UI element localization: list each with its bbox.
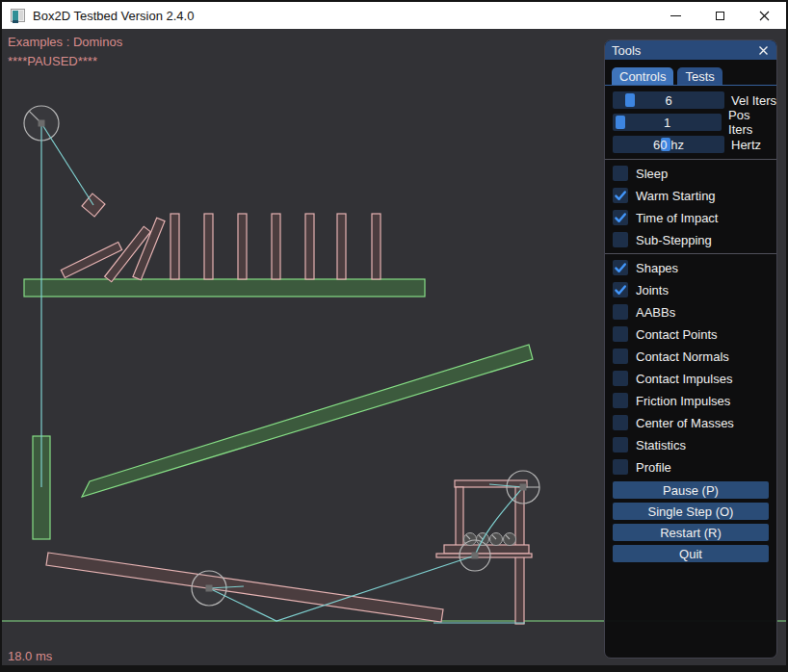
close-button[interactable] (742, 2, 786, 29)
checkbox[interactable] (613, 260, 628, 275)
checkmark-icon (613, 282, 628, 297)
simulation-checkboxes: Sleep Warm Starting Time of Impact Sub-S… (605, 160, 776, 247)
checkbox-row-center-of-masses[interactable]: Center of Masses (613, 415, 776, 430)
checkbox[interactable] (613, 166, 628, 181)
checkbox[interactable] (613, 415, 628, 430)
joint-anchors (39, 120, 527, 592)
checkbox-row-warm-starting[interactable]: Warm Starting (613, 188, 776, 203)
checkbox-label: Friction Impulses (636, 394, 730, 408)
checkbox-label: Warm Starting (636, 189, 716, 203)
button-pause-p[interactable]: Pause (P) (613, 481, 769, 499)
tab-tests[interactable]: Tests (677, 67, 722, 85)
checkbox-row-profile[interactable]: Profile (613, 459, 776, 475)
checkmark-icon (613, 210, 628, 225)
button-quit[interactable]: Quit (613, 545, 769, 562)
slider-label: Pos Iters (728, 108, 776, 137)
maximize-button[interactable] (697, 2, 742, 29)
checkbox-label: AABBs (636, 305, 675, 320)
domino[interactable] (204, 214, 213, 279)
domino[interactable] (337, 214, 346, 279)
example-label: Examples : Dominos (8, 35, 122, 49)
hertz-slider[interactable]: 60 hz (613, 136, 724, 153)
checkbox[interactable] (613, 437, 628, 452)
checkbox-label: Sub-Stepping (636, 233, 712, 247)
seesaw-plank[interactable] (46, 553, 443, 622)
slider-value: 6 (613, 91, 724, 109)
frame-time-label: 18.0 ms (8, 649, 52, 663)
checkbox[interactable] (613, 232, 628, 247)
checkbox[interactable] (613, 188, 628, 203)
minimize-icon (670, 15, 681, 16)
ramp-plank[interactable] (82, 345, 533, 497)
tab-label: Tests (685, 69, 714, 84)
window-title: Box2D Testbed Version 2.4.0 (33, 9, 194, 23)
tools-panel-titlebar[interactable]: Tools (605, 40, 776, 60)
checkbox-label: Contact Impulses (636, 372, 732, 386)
checkbox[interactable] (613, 393, 628, 408)
checkbox[interactable] (613, 304, 628, 320)
checkbox-row-sub-stepping[interactable]: Sub-Stepping (613, 232, 776, 247)
checkbox-label: Contact Points (636, 327, 718, 342)
checkbox[interactable] (613, 371, 628, 386)
slider-label: Hertz (731, 138, 761, 152)
close-icon (758, 45, 769, 56)
checkbox-label: Profile (636, 460, 671, 475)
checkbox-label: Contact Normals (636, 349, 729, 364)
slider-label: Vel Iters (731, 93, 776, 108)
solver-sliders: 6 Vel Iters 1 Pos Iters 60 hz Hertz (613, 91, 776, 153)
slider-value: 60 hz (613, 136, 724, 153)
checkbox[interactable] (613, 210, 628, 225)
upright-dominos[interactable] (171, 214, 381, 279)
checkmark-icon (613, 260, 628, 275)
application-window: Box2D Testbed Version 2.4.0 (0, 0, 788, 672)
checkbox-label: Statistics (636, 438, 686, 452)
checkbox-row-joints[interactable]: Joints (613, 282, 776, 297)
checkbox-row-contact-normals[interactable]: Contact Normals (613, 349, 776, 364)
checkbox[interactable] (613, 326, 628, 342)
slider-value: 1 (613, 114, 722, 131)
checkbox-row-sleep[interactable]: Sleep (613, 166, 776, 181)
vel-iters-slider[interactable]: 6 (613, 91, 724, 109)
domino[interactable] (238, 214, 247, 279)
app-icon (11, 9, 25, 22)
checkbox-row-contact-impulses[interactable]: Contact Impulses (613, 371, 776, 386)
button-single-step-o[interactable]: Single Step (O) (613, 503, 769, 520)
draw-checkboxes: Shapes Joints AABBs Contact Points (605, 254, 776, 475)
pos-iters-slider[interactable]: 1 (613, 114, 722, 131)
checkbox-label: Joints (636, 283, 669, 297)
maximize-icon (716, 12, 724, 20)
tools-panel-title: Tools (612, 43, 641, 58)
paused-label: ****PAUSED**** (8, 54, 97, 68)
checkbox-label: Center of Masses (636, 416, 734, 430)
checkbox-label: Shapes (636, 261, 678, 275)
close-icon (759, 11, 770, 21)
tools-panel: Tools Controls Tests 6 Vel Iters (604, 39, 777, 659)
panel-buttons: Pause (P) Single Step (O) Restart (R) Qu… (613, 481, 769, 562)
tab-label: Controls (619, 69, 666, 84)
button-restart-r[interactable]: Restart (R) (613, 524, 769, 541)
domino[interactable] (171, 214, 179, 279)
checkbox-row-contact-points[interactable]: Contact Points (613, 326, 776, 342)
checkbox[interactable] (613, 459, 628, 475)
minimize-button[interactable] (653, 2, 697, 29)
fallen-dominos[interactable] (61, 218, 165, 282)
domino[interactable] (372, 214, 381, 279)
checkmark-icon (613, 188, 628, 203)
window-titlebar[interactable]: Box2D Testbed Version 2.4.0 (2, 2, 786, 29)
checkbox-row-shapes[interactable]: Shapes (613, 260, 776, 275)
domino[interactable] (305, 214, 314, 279)
panel-close-button[interactable] (757, 44, 770, 57)
checkbox-row-statistics[interactable]: Statistics (613, 437, 776, 452)
checkbox-row-friction-impulses[interactable]: Friction Impulses (613, 393, 776, 408)
frame-left-post[interactable] (456, 487, 463, 546)
checkbox-label: Time of Impact (636, 211, 718, 225)
checkbox[interactable] (613, 282, 628, 297)
checkbox-label: Sleep (636, 167, 668, 181)
tab-controls[interactable]: Controls (612, 67, 673, 85)
domino-shelf (24, 279, 425, 297)
panel-tab-bar: Controls Tests (605, 67, 776, 86)
domino[interactable] (272, 214, 280, 279)
checkbox-row-aabbs[interactable]: AABBs (613, 304, 776, 320)
checkbox-row-time-of-impact[interactable]: Time of Impact (613, 210, 776, 225)
checkbox[interactable] (613, 349, 628, 364)
